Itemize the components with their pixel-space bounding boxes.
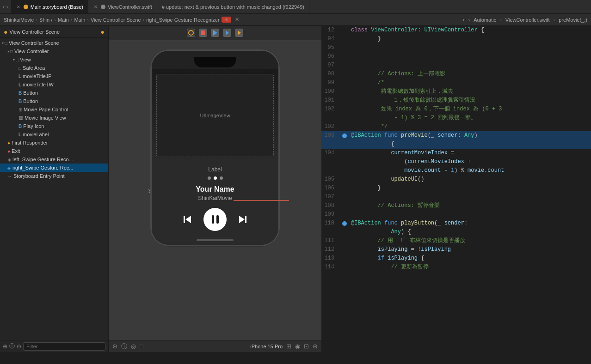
- line-gutter-104: [340, 122, 349, 131]
- bc-scene[interactable]: View Controller Scene: [91, 17, 141, 23]
- sidebar-item-scene[interactable]: ▾ □ View Controller Scene: [0, 39, 108, 47]
- sb-icon6[interactable]: ◉: [295, 343, 300, 350]
- sidebar-item-view[interactable]: ▾ □ View: [0, 55, 108, 64]
- filter-input[interactable]: [23, 342, 105, 351]
- line-content-playbutton: @IBAction func playButton(_ sender:: [349, 219, 591, 228]
- tab-storyboard[interactable]: ✕ Main.storyboard (Base): [11, 0, 88, 13]
- bc-close[interactable]: ✕: [235, 17, 239, 23]
- sb-iphone-label: iPhone 15 Pro: [250, 344, 283, 349]
- line-num-playbutton: 110: [321, 219, 340, 228]
- sidebar-item-pagecontrol[interactable]: ⊞ Movie Page Control: [0, 105, 108, 114]
- code-line-100: 100 將電影總數加到索引上，減去: [321, 87, 591, 96]
- code-line-106: movie.count - 1) % movie.count: [321, 166, 591, 175]
- sidebar-vc-label: View Controller: [14, 49, 49, 54]
- sidebar-item-button1[interactable]: B Button: [0, 89, 108, 97]
- sb-icon3[interactable]: ◎: [131, 343, 136, 350]
- code-line-96: 96: [321, 52, 591, 61]
- sb-icon1[interactable]: ⊕: [112, 343, 117, 350]
- bc-premovie[interactable]: preMovie(_:): [559, 17, 587, 23]
- bc-project[interactable]: ShinkaiMovie: [4, 17, 34, 23]
- sb-icon2[interactable]: ⓘ: [121, 342, 127, 351]
- line-gutter-105: [340, 158, 349, 166]
- toolbar-btn-forward[interactable]: [235, 29, 243, 37]
- line-content-109: [349, 210, 591, 219]
- iphone-lower: Label Your Name ShinKaiMovie: [152, 162, 278, 236]
- tab-vc-close[interactable]: ✕: [93, 4, 98, 10]
- sidebar-item-responder[interactable]: ● First Responder: [0, 139, 108, 147]
- sidebar-header-label: View Controller Scene: [9, 29, 60, 35]
- bc-nav-left[interactable]: ‹: [463, 17, 465, 23]
- sb-icon5[interactable]: ⊞: [286, 343, 291, 350]
- bc-gesture[interactable]: right_Swipe Gesture Recognizer: [146, 17, 219, 23]
- bc-main[interactable]: Main: [58, 17, 69, 23]
- code-line-113: 113 if isPlaying {: [321, 254, 591, 263]
- sb-icon8[interactable]: ⊕: [313, 343, 318, 350]
- gutter-dot-icon[interactable]: [342, 133, 347, 138]
- iphone-screen: UIImageView Label Your Name Sh: [152, 69, 278, 236]
- bc-warning[interactable]: ⚠: [222, 17, 231, 23]
- iphone-dot-2: [214, 176, 217, 180]
- nav-buttons[interactable]: ‹ ›: [0, 3, 11, 10]
- label-L3-icon: L: [18, 132, 21, 137]
- responder-icon: ●: [7, 140, 10, 146]
- line-num-96: 96: [321, 52, 340, 61]
- iphone-prev-button[interactable]: [181, 213, 194, 226]
- sidebar-item-left-gesture[interactable]: ◈ left_Swipe Gesture Reco...: [0, 155, 108, 164]
- line-gutter-106: [340, 166, 349, 175]
- code-line-111: 111 // 用 `!` 布林值來切換是否播放: [321, 237, 591, 245]
- sb-icon7[interactable]: ⊡: [304, 343, 309, 350]
- sidebar-item-imageview[interactable]: 🖼 Movie Image View: [0, 114, 108, 122]
- gutter-dot2-icon[interactable]: [342, 221, 347, 226]
- sb-icon4[interactable]: □: [140, 343, 143, 350]
- line-gutter-112: [340, 245, 349, 254]
- bc-nav-right[interactable]: ›: [468, 17, 470, 23]
- sidebar-item-entry[interactable]: → Storyboard Entry Point: [0, 172, 108, 180]
- bc-main2[interactable]: Main: [74, 17, 85, 23]
- line-num-108: 108: [321, 201, 340, 210]
- bc-auto[interactable]: Automatic: [474, 17, 496, 23]
- bc-right-vc[interactable]: ViewController.swift: [505, 17, 550, 23]
- toolbar-btn-play2[interactable]: [223, 29, 231, 37]
- toolbar-btn-circle[interactable]: [187, 29, 195, 37]
- sidebar-footer-icon1[interactable]: ⊕: [3, 343, 7, 350]
- code-line-101: 101 1，然後取餘數以處理負索引情況: [321, 96, 591, 105]
- sidebar-item-vc[interactable]: ▾ □ View Controller: [0, 47, 108, 55]
- sidebar-item-button2[interactable]: B Button: [0, 97, 108, 105]
- nav-forward-icon[interactable]: ›: [6, 3, 8, 10]
- line-content-ibaction: @IBAction func preMovie(_ sender: Any): [349, 131, 591, 140]
- sidebar-item-playicon[interactable]: B Play Icon: [0, 122, 108, 130]
- iphone-dot-1: [208, 176, 211, 180]
- sidebar-footer-icon3[interactable]: ⊙: [17, 343, 21, 350]
- sidebar-header-badge: ●: [101, 28, 105, 36]
- sidebar-footer-icon2[interactable]: ⓘ: [9, 342, 15, 350]
- code-line-updateui: 105 updateUI(): [321, 175, 591, 184]
- toolbar-btn-play[interactable]: [211, 29, 219, 37]
- safearea-icon: □: [18, 66, 21, 71]
- sidebar-item-exit[interactable]: ● Exit: [0, 147, 108, 155]
- sidebar-item-safearea[interactable]: □ Safe Area: [0, 64, 108, 72]
- nav-back-icon[interactable]: ‹: [3, 3, 5, 10]
- sidebar-item-movietitlejp[interactable]: L movieTitleJP: [0, 72, 108, 80]
- forward-icon: [238, 30, 241, 35]
- tab-storyboard-close[interactable]: ✕: [16, 4, 21, 10]
- line-gutter-ibaction[interactable]: [340, 131, 349, 140]
- line-content-94: }: [349, 35, 591, 43]
- toolbar-btn-square[interactable]: [199, 29, 207, 37]
- tab-commit[interactable]: # update: next & previous button with mu…: [157, 0, 309, 13]
- line-gutter-close1: [340, 184, 349, 193]
- code-line-105: (currentMovieIndex +: [321, 158, 591, 166]
- sidebar-item-right-gesture[interactable]: ◈ right_Swipe Gesture Rec...: [0, 164, 108, 172]
- iphone-bottom: [152, 236, 278, 245]
- sidebar-item-movietitletw[interactable]: L movieTitleTW: [0, 80, 108, 89]
- iphone-controls: [156, 208, 274, 231]
- svg-marker-3: [239, 216, 245, 223]
- bc-shin[interactable]: Shin /: [39, 17, 52, 23]
- line-num-106: [321, 166, 340, 175]
- iphone-play-button[interactable]: [203, 208, 227, 231]
- scene-icon: □: [5, 41, 7, 46]
- line-content-105: (currentMovieIndex +: [349, 158, 591, 166]
- iphone-next-button[interactable]: [236, 213, 249, 226]
- tab-viewcontroller[interactable]: ✕ ViewController.swift: [88, 0, 157, 13]
- sidebar-item-movielabel[interactable]: L movieLabel: [0, 130, 108, 139]
- line-gutter-playbutton[interactable]: [340, 219, 349, 228]
